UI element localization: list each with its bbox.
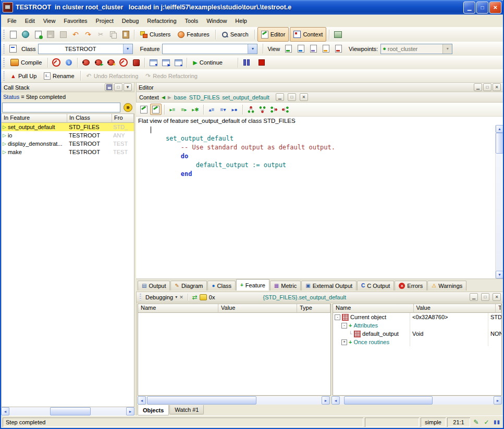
undo-button[interactable]: ↶ <box>70 29 81 40</box>
expand-icon[interactable]: + <box>341 339 347 345</box>
menu-window[interactable]: Window <box>202 16 231 26</box>
scroll-right-button[interactable]: ► <box>494 396 502 405</box>
clusters-button[interactable]: Clusters <box>137 28 174 41</box>
panel-grip[interactable] <box>140 294 141 300</box>
column-value[interactable]: Value <box>414 304 496 313</box>
scroll-thumb[interactable] <box>344 396 433 405</box>
scroll-track[interactable] <box>146 396 322 405</box>
save-button[interactable] <box>45 29 56 40</box>
editor-vscrollbar[interactable]: ▲ ▼ <box>495 125 503 279</box>
call-stack-filter-input[interactable] <box>2 103 120 112</box>
breakpoint-gutter[interactable]: ▶ <box>136 125 147 279</box>
rename-button[interactable]: I.. Rename <box>41 69 77 83</box>
menu-file[interactable]: File <box>3 16 21 26</box>
project-info-button[interactable]: i <box>63 57 75 68</box>
toolbar-grip[interactable] <box>3 30 5 39</box>
call-stack-drop-button[interactable]: ▼ <box>124 83 132 91</box>
debugging-menu-icon[interactable]: ▾ <box>175 295 177 299</box>
context-back-icon[interactable]: ◀ <box>162 95 165 100</box>
editor-maximize-button[interactable]: □ <box>483 83 491 91</box>
close-button[interactable]: ✕ <box>489 2 501 14</box>
debugging-close-icon[interactable]: ✕ <box>179 295 183 300</box>
edit-in-new-tab-button[interactable] <box>150 104 162 115</box>
tab-class[interactable]: ●Class <box>207 281 236 291</box>
menu-favorites[interactable]: Favorites <box>59 16 91 26</box>
object-tree-row[interactable]: └ default_output Void NON <box>333 330 501 338</box>
code-area[interactable]: set_output_default -- Use standard outpu… <box>147 125 495 279</box>
viewpoints-dropdown[interactable]: ▾ <box>442 44 452 54</box>
flat-view-button[interactable]: ▸≡ <box>167 104 178 115</box>
redo-button[interactable]: ↷ <box>82 29 94 40</box>
new-document-button[interactable] <box>7 29 19 40</box>
toolbar-grip[interactable] <box>3 44 5 54</box>
scroll-thumb[interactable] <box>147 396 256 405</box>
call-stack-row[interactable]: ▷io TESTROOT ANY <box>2 131 134 140</box>
title-bar[interactable]: TESTROOT in cluster root_cluster located… <box>0 0 504 15</box>
column-name[interactable]: Name <box>138 304 218 313</box>
editor-toggle-button[interactable]: Editor <box>257 27 289 42</box>
debug-run-new-button[interactable]: ▶ <box>93 57 104 68</box>
debugging-header[interactable]: Debugging ▾ ✕ ⇄ 0x {STD_FILES}.set_outpu… <box>137 292 503 302</box>
toolbar-grip[interactable] <box>3 58 5 67</box>
tab-external-output[interactable]: ▣External Output <box>301 281 357 291</box>
scroll-track[interactable] <box>9 407 126 415</box>
redo-refactoring-button[interactable]: ↷ Redo Refactoring <box>142 69 201 83</box>
collapse-icon[interactable]: - <box>341 323 347 329</box>
address-drop-button[interactable] <box>122 102 133 112</box>
view-contract-button[interactable] <box>320 43 331 55</box>
scroll-thumb[interactable] <box>496 133 503 154</box>
paste-button[interactable] <box>120 29 131 40</box>
breadcrumb-class[interactable]: STD_FILES <box>189 94 220 100</box>
object-tree-row[interactable]: - Current object <0x32A8760> STD_ <box>333 313 501 321</box>
breadcrumb-feature[interactable]: set_output_default <box>222 94 269 100</box>
descendants-button[interactable] <box>257 104 267 115</box>
go-to-ancestor-button[interactable]: ▴≡ <box>206 104 217 115</box>
call-stack-row[interactable]: ▷make TESTROOT TEST <box>2 148 134 156</box>
compile-ok-icon[interactable]: ✓ <box>482 418 491 426</box>
column-name[interactable]: Name <box>333 304 414 313</box>
search-button[interactable]: Search <box>218 28 252 41</box>
maximize-button[interactable]: □ <box>476 2 488 14</box>
call-stack-save-button[interactable] <box>105 83 113 91</box>
toolbar-grip[interactable] <box>3 71 5 81</box>
hex-toggle-button[interactable]: 0x <box>209 294 215 300</box>
go-to-descendant-button[interactable]: ≡▾ <box>218 104 228 115</box>
stop-points-button[interactable] <box>130 57 142 68</box>
tab-watch-1[interactable]: Watch #1 <box>169 405 204 414</box>
editor-undock-button[interactable]: ▁ <box>474 83 482 91</box>
menu-tools[interactable]: Tools <box>181 16 203 26</box>
feature-combobox-dropdown[interactable]: ▾ <box>248 44 257 54</box>
scroll-up-button[interactable]: ▲ <box>496 125 503 133</box>
edit-feature-button[interactable] <box>139 104 149 115</box>
scroll-down-button[interactable]: ▼ <box>496 271 503 279</box>
exception-icon[interactable] <box>200 294 207 300</box>
cut-button[interactable]: ✂ <box>95 29 106 40</box>
scroll-left-button[interactable]: ◄ <box>1 407 9 415</box>
pull-up-button[interactable]: ▲ Pull Up <box>7 69 40 83</box>
column-type[interactable]: Type <box>297 304 330 313</box>
discard-assertions-button[interactable] <box>51 57 62 68</box>
callers-button[interactable] <box>268 104 279 115</box>
scroll-track[interactable] <box>340 396 494 405</box>
tab-warnings[interactable]: ⚠Warnings <box>427 281 466 291</box>
tab-c-output[interactable]: CC Output <box>357 281 394 291</box>
menu-view[interactable]: View <box>39 16 60 26</box>
scroll-thumb[interactable] <box>50 407 91 415</box>
view-interface-button[interactable] <box>333 43 344 55</box>
callees-button[interactable] <box>280 104 290 115</box>
step-over-button[interactable]: ▶ <box>160 57 171 68</box>
scroll-right-button[interactable]: ► <box>126 407 134 415</box>
debugging-maximize-button[interactable]: □ <box>481 293 489 301</box>
object-tree-row[interactable]: - + Attributes <box>333 321 501 330</box>
go-to-implementer-button[interactable]: ▸● <box>229 104 240 115</box>
watch-table-body[interactable] <box>138 313 330 395</box>
continue-button[interactable]: ▶ Continue <box>190 56 226 69</box>
column-in-class[interactable]: In Class <box>67 114 112 123</box>
copy-button[interactable] <box>107 29 119 40</box>
edit-enabled-icon[interactable]: ✎ <box>472 418 481 426</box>
minimize-button[interactable]: ▁ <box>463 2 475 14</box>
call-stack-header[interactable]: Call Stack □ ▼ <box>1 82 134 92</box>
editor-header[interactable]: Editor ▁ □ ✕ <box>136 82 503 92</box>
step-out-button[interactable]: ▲ <box>173 57 184 68</box>
tab-feature[interactable]: +Feature <box>236 279 269 291</box>
